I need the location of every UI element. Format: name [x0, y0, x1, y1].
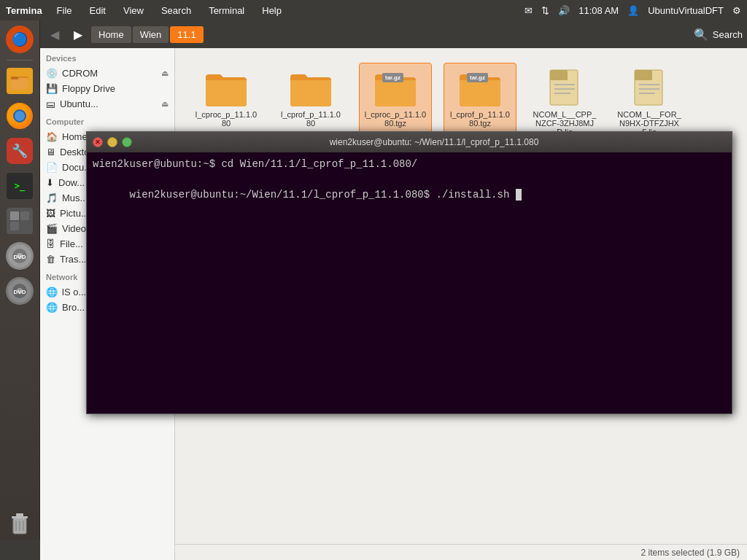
svg-rect-5: [10, 222, 19, 230]
floppy-icon: 💾: [46, 83, 58, 94]
mail-icon[interactable]: ✉: [525, 5, 533, 16]
filesystem-icon: 🗄: [46, 238, 55, 249]
breadcrumb-home[interactable]: Home: [91, 26, 131, 43]
search-icon[interactable]: 🔍: [694, 28, 708, 42]
dock-wm[interactable]: [4, 205, 36, 237]
dock-separator-1: [7, 60, 33, 61]
status-text: 2 items selected (1.9 GB): [641, 548, 740, 558]
volume-icon[interactable]: 🔊: [558, 5, 570, 16]
terminal-title: wien2kuser@ubuntu: ~/Wien/11.1/l_cprof_p…: [142, 137, 726, 147]
file-label-folder1: l_cproc_p_11.1.080: [194, 110, 258, 128]
status-bar: 2 items selected (1.9 GB): [175, 544, 747, 560]
dock-dvd1[interactable]: DVD: [4, 240, 36, 272]
file-item-lic2[interactable]: NCOM_L__FOR_N9HX-DTFZJHX5.lic: [613, 63, 686, 141]
menu-view[interactable]: View: [120, 4, 147, 18]
cdrom-label: CDROM: [62, 68, 98, 79]
file-item-tgz1[interactable]: tar.gz l_cproc_p_11.1.080.tgz: [359, 63, 432, 141]
terminal-line-2: wien2kuser@ubuntu:~/Wien/11.1/l_cprof_p_…: [93, 172, 726, 218]
dock-dvd2[interactable]: DVD: [4, 275, 36, 307]
dock-files[interactable]: [4, 65, 36, 97]
dock-trash[interactable]: [4, 505, 36, 537]
menu-help[interactable]: Help: [259, 4, 285, 18]
home-label: Home: [62, 131, 88, 142]
clock: 11:08 AM: [578, 5, 619, 16]
username: UbuntuVirtualDFT: [648, 5, 724, 16]
menu-search[interactable]: Search: [158, 4, 194, 18]
file-item-folder1[interactable]: l_cproc_p_11.1.080: [190, 63, 263, 141]
svg-text:DVD: DVD: [14, 289, 26, 295]
forward-button[interactable]: ▶: [68, 24, 88, 44]
pictures-icon: 🖼: [46, 208, 55, 219]
top-menu-bar: Termina File Edit View Search Terminal H…: [0, 0, 747, 20]
file-label-tgz2: l_cprof_p_11.1.080.tgz: [448, 110, 512, 128]
ls-label: lS o...: [62, 287, 86, 298]
dock: 🔵 🔧 >_ DVD DVD: [0, 20, 40, 540]
dock-terminal[interactable]: >_: [4, 170, 36, 202]
trash-label: Tras...: [60, 254, 86, 265]
desktop-icon: 🖥: [46, 147, 55, 158]
terminal-close-button[interactable]: ✕: [93, 137, 103, 147]
svg-rect-22: [550, 70, 568, 80]
gear-icon[interactable]: ⚙: [732, 5, 741, 16]
filesystem-label: File...: [60, 238, 83, 249]
ubuntu-drive-icon: 🖴: [46, 98, 55, 109]
menu-terminal[interactable]: Terminal: [206, 4, 247, 18]
ubuntu-eject[interactable]: ⏏: [161, 99, 169, 109]
floppy-label: Floppy Drive: [62, 83, 115, 94]
file-item-tgz2[interactable]: tar.gz l_cprof_p_11.1.080.tgz: [444, 63, 516, 141]
search-area: 🔍 Search: [694, 28, 743, 42]
sidebar-item-floppy[interactable]: 💾 Floppy Drive: [40, 81, 174, 96]
terminal-minimize-button[interactable]: [107, 137, 117, 147]
breadcrumb-wien[interactable]: Wien: [133, 26, 169, 43]
terminal-cursor: [516, 189, 522, 201]
svg-rect-17: [16, 513, 23, 516]
file-item-folder2[interactable]: l_cprof_p_11.1.080: [274, 63, 347, 141]
svg-rect-2: [11, 77, 18, 79]
network-icon[interactable]: ⇅: [541, 5, 549, 16]
cdrom-eject[interactable]: ⏏: [161, 69, 169, 78]
trash-icon: 🗑: [46, 254, 55, 265]
terminal-maximize-button[interactable]: [122, 137, 132, 147]
sidebar-item-ubuntu[interactable]: 🖴 Ubuntu... ⏏: [40, 96, 174, 112]
menu-file[interactable]: File: [54, 4, 75, 18]
back-button[interactable]: ◀: [44, 24, 65, 44]
terminal-line-1: wien2kuser@ubuntu:~$ cd Wien/11.1/l_cpro…: [93, 157, 726, 172]
dock-settings[interactable]: 🔧: [4, 135, 36, 167]
music-icon: 🎵: [46, 192, 58, 203]
bro-icon: 🌐: [46, 302, 58, 313]
terminal-titlebar: ✕ wien2kuser@ubuntu: ~/Wien/11.1/l_cprof…: [87, 132, 732, 152]
ls-icon: 🌐: [46, 287, 58, 298]
menubar-right: ✉ ⇅ 🔊 11:08 AM 👤 UbuntuVirtualDFT ⚙: [525, 5, 741, 16]
section-devices: Devices: [40, 48, 174, 66]
dock-firefox[interactable]: [4, 100, 36, 132]
app-name: Termina: [6, 5, 42, 16]
file-label-tgz1: l_cproc_p_11.1.080.tgz: [363, 110, 427, 128]
svg-rect-16: [12, 516, 28, 518]
bro-label: Bro...: [62, 302, 85, 313]
svg-rect-4: [20, 211, 29, 220]
file-label-folder2: l_cprof_p_11.1.080: [279, 110, 343, 128]
search-label[interactable]: Search: [713, 29, 743, 40]
svg-rect-3: [10, 211, 19, 220]
cdrom-icon: 💿: [46, 68, 58, 79]
svg-text:DVD: DVD: [14, 254, 26, 260]
terminal-content[interactable]: wien2kuser@ubuntu:~$ cd Wien/11.1/l_cpro…: [87, 152, 732, 413]
breadcrumb: Home Wien 11.1: [91, 26, 205, 43]
dock-ubuntu[interactable]: 🔵: [4, 23, 36, 55]
pictures-label: Pictu...: [60, 208, 89, 219]
sidebar-item-cdrom[interactable]: 💿 CDROM ⏏: [40, 66, 174, 81]
user-icon: 👤: [627, 5, 639, 16]
menu-edit[interactable]: Edit: [87, 4, 109, 18]
downloads-label: Dow...: [58, 177, 85, 188]
documents-icon: 📄: [46, 162, 58, 173]
videos-icon: 🎬: [46, 223, 58, 234]
svg-rect-27: [635, 70, 652, 80]
music-label: Mus...: [62, 192, 88, 203]
svg-rect-1: [11, 78, 28, 90]
breadcrumb-11-1[interactable]: 11.1: [170, 26, 203, 43]
downloads-icon: ⬇: [46, 177, 54, 188]
ubuntu-label: Ubuntu...: [60, 98, 98, 109]
svg-rect-6: [20, 222, 29, 230]
terminal-window: ✕ wien2kuser@ubuntu: ~/Wien/11.1/l_cprof…: [86, 131, 732, 414]
file-item-lic1[interactable]: NCOM_L__CPP_NZCF-3ZHJ8MJD.lic: [528, 63, 601, 141]
